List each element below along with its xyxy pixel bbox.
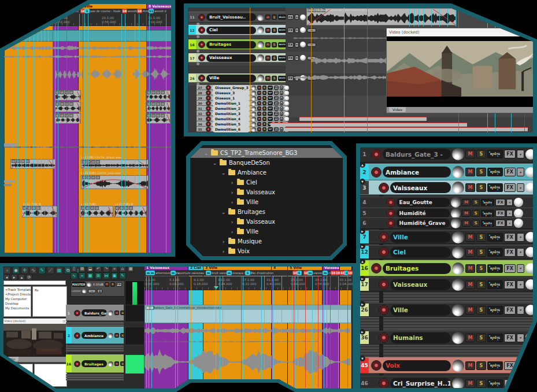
mute-button[interactable]: M [257,86,261,90]
track-number-tab[interactable]: 1 [66,305,72,320]
track-row[interactable]: 12CielMSROUTEFX●∿ [188,25,286,35]
record-arm-button[interactable] [386,209,395,218]
timeline-marker[interactable]: m [323,271,328,275]
timeline-marker[interactable]: 10 [122,9,127,13]
track-row[interactable]: ▶36HumainsMSROUTEFX● [360,331,533,345]
timeline-marker[interactable]: 10 [52,9,57,13]
pencil-icon[interactable]: ✎ [38,267,46,274]
fx-bypass-button[interactable]: ● [517,306,524,315]
timeline-marker[interactable]: 11 [48,9,53,13]
route-button[interactable]: ROUTE [268,86,273,90]
fx-bypass-button[interactable]: ● [517,264,524,273]
track-collapse-arrow[interactable]: ▲ [360,162,365,168]
timeline-marker[interactable]: 11 [149,9,154,13]
route-button[interactable]: ROUTE [268,127,273,131]
media-item[interactable] [114,206,147,217]
pan-knob[interactable] [300,27,306,33]
track-row[interactable]: 28Oiseaux_3MSROUTEFX● [197,90,286,95]
record-arm-button[interactable] [206,101,211,106]
record-arm-button[interactable] [198,14,205,21]
volume-knob[interactable] [251,117,256,121]
record-arm-button[interactable] [206,106,211,111]
explorer-file-list[interactable]: Re [32,286,67,317]
solo-button[interactable]: S [262,91,266,95]
timeline-marker[interactable]: m [171,271,176,275]
track-row[interactable]: 33Demolition_4MSROUTEFX● [197,116,286,121]
chevron-right-icon[interactable]: › [229,219,235,225]
record-arm-button[interactable] [74,361,80,367]
fx-button[interactable]: FX [274,91,279,95]
route-button[interactable]: ROUTE [278,28,286,33]
timeline-marker[interactable]: 11 [29,9,35,13]
track-name[interactable]: Ciel [390,247,451,258]
track-name[interactable]: Baldurs_Gate_3 - [383,149,451,160]
thin-media-item[interactable] [271,123,467,127]
volume-knob[interactable] [452,166,464,178]
track-row[interactable]: ▶7VilleMSROUTEFX● [360,230,533,244]
pan-knob[interactable] [284,106,289,111]
region-label[interactable]: 7 Ville [79,3,147,260]
volume-knob[interactable] [452,360,464,372]
volume-knob[interactable] [452,148,464,160]
mute-button[interactable]: M [462,199,470,206]
master-mute-button[interactable]: M [105,282,109,287]
media-item[interactable] [54,90,81,101]
mute-button[interactable]: M [257,122,261,126]
track-collapse-arrow[interactable]: ▼ [360,179,365,184]
route-button[interactable]: ROUTE [481,220,494,227]
track-row[interactable]: 1Baldurs_Gate_3 -MSROUTEFX● [66,305,124,321]
track-name[interactable]: Baldurs_Gate_3 - [82,309,107,316]
track-number-tab[interactable]: 27 [197,86,203,90]
route-button[interactable]: ROUTE [268,106,273,110]
chevron-down-icon[interactable]: ⌄ [212,160,217,166]
move-icon[interactable]: ✛ [21,267,28,274]
track-name[interactable]: Ciel [206,27,256,34]
explorer-tree-item[interactable]: Desktop [5,301,31,306]
volume-knob[interactable] [108,361,113,367]
mute-button[interactable]: M [114,361,119,366]
track-row[interactable]: 1Baldurs_Gate_3 -MSROUTEFX● [360,146,533,162]
envelope-icon[interactable] [197,35,199,38]
volume-knob[interactable] [257,75,264,82]
fx-bypass-button[interactable]: ● [506,220,513,227]
solo-button[interactable]: S [272,28,277,33]
chevron-down-icon[interactable]: ⌄ [221,209,226,215]
route-button[interactable]: ROUTE [487,361,503,370]
track-number-tab[interactable]: 33 [197,117,203,121]
media-item[interactable] [146,90,171,101]
track-name[interactable]: Humidité_Grave [397,219,450,228]
solo-button[interactable]: S [262,86,266,90]
route-button[interactable]: ROUTE [487,150,503,158]
pan-knob[interactable] [284,86,289,90]
solo-button[interactable]: S [120,361,125,366]
record-arm-button[interactable] [198,54,205,61]
fx-button[interactable]: FX [274,117,279,121]
track-row[interactable]: 32Demolition_3MSROUTEFX● [197,111,286,116]
ripple-icon[interactable]: ∞ [79,272,86,279]
fx-button[interactable]: FX [495,199,505,206]
timeline-ruler[interactable] [4,14,171,26]
fx-button[interactable]: FX [504,306,516,315]
track-collapse-arrow[interactable]: ▶ [360,243,365,249]
route-button[interactable]: ROUTE [487,168,503,176]
solo-button[interactable]: S [272,42,277,47]
record-arm-button[interactable] [371,167,382,177]
track-name[interactable]: Cri_Surprise_H..1 [390,378,451,389]
track-collapse-arrow[interactable]: ▶ [360,301,365,307]
track-name[interactable]: Vaisseaux [390,182,451,193]
solo-button[interactable]: S [272,76,277,81]
solo-button[interactable]: S [472,210,480,217]
record-arm-button[interactable] [379,232,389,242]
mute-button[interactable]: M [465,168,475,176]
fx-button[interactable]: FX [274,127,279,131]
pan-knob[interactable] [284,112,289,116]
master-trim-button[interactable]: ∿ [88,289,96,293]
track-number-tab[interactable]: 12 [188,25,196,35]
automation-trim-button[interactable]: ∿ [307,43,316,47]
mute-button[interactable]: M [465,280,475,289]
media-item[interactable] [146,102,171,112]
fx-button[interactable]: FX [274,101,279,105]
track-row[interactable]: 16BruitagesMSROUTEFX●∿ [188,39,286,50]
magnifier-icon[interactable]: ⌕ [3,267,11,274]
record-arm-button[interactable] [379,247,389,257]
